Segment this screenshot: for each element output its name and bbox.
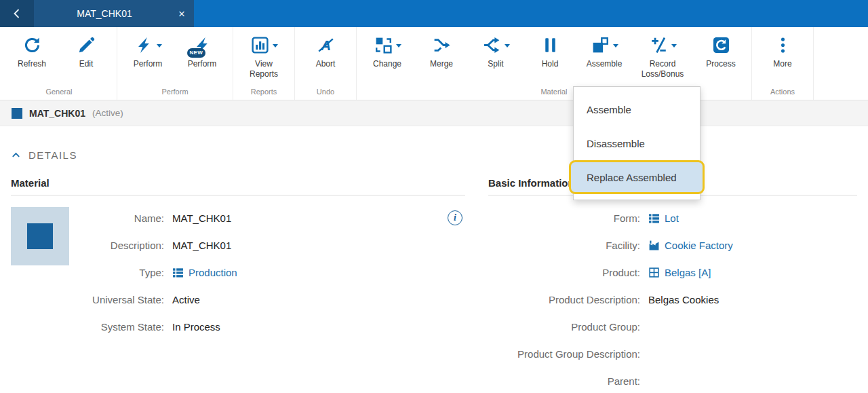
plus-minus-icon <box>649 35 669 55</box>
type-production-link[interactable]: Production <box>189 267 237 278</box>
ribbon-group-general: Refresh Edit General <box>1 27 117 100</box>
button-label: Process <box>706 59 735 69</box>
button-label: More <box>773 59 791 69</box>
tab-title: MAT_CHK01 <box>77 8 151 19</box>
info-icon[interactable]: i <box>448 210 462 225</box>
field-row-product-group-description: Product Group Description: <box>488 340 857 367</box>
pencil-icon <box>77 35 96 55</box>
material-image <box>11 207 69 265</box>
ribbon-group-label: Perform <box>121 86 229 100</box>
button-label: Change <box>373 59 401 69</box>
change-button[interactable]: Change <box>360 34 414 69</box>
edit-button[interactable]: Edit <box>59 34 113 69</box>
details-columns: Material Name: MAT_CHK01 i Description: <box>11 177 857 393</box>
button-label: Abort <box>316 59 336 69</box>
more-button[interactable]: More <box>755 34 810 69</box>
split-button[interactable]: Split <box>469 34 523 69</box>
button-label: Refresh <box>18 59 46 69</box>
tab-bar: MAT_CHK01 × <box>0 0 194 27</box>
button-label: Assemble <box>587 59 623 69</box>
ribbon-group-reports: View Reports Reports <box>233 27 294 100</box>
ribbon-toolbar: Refresh Edit General Perform NEW Perform <box>0 27 868 100</box>
button-label: Split <box>488 59 503 69</box>
field-label: Description: <box>69 240 172 251</box>
tab-mat-chk01[interactable]: MAT_CHK01 × <box>34 0 194 27</box>
field-label: Facility: <box>488 240 648 251</box>
titlebar-spacer <box>194 0 868 27</box>
field-value: In Process <box>172 321 220 333</box>
product-icon <box>648 267 660 278</box>
ribbon-group-label: Undo <box>298 86 353 100</box>
entity-status-bar: MAT_CHK01 (Active) <box>0 100 868 126</box>
button-label: Hold <box>542 59 559 69</box>
process-button[interactable]: Process <box>694 34 748 69</box>
field-row-universal-state: Universal State: Active <box>69 286 465 313</box>
abort-button[interactable]: A Abort <box>298 34 353 69</box>
assemble-icon <box>591 35 610 55</box>
view-reports-button[interactable]: View Reports <box>237 34 291 79</box>
chevron-left-icon <box>12 8 22 19</box>
perform-new-button[interactable]: NEW Perform <box>175 34 229 69</box>
chevron-down-icon <box>396 44 401 48</box>
field-row-name: Name: MAT_CHK01 i <box>69 204 465 231</box>
new-badge: NEW <box>187 48 206 58</box>
button-label: View Reports <box>246 59 281 79</box>
hold-button[interactable]: Hold <box>523 34 577 69</box>
page-content: DETAILS Material Name: MAT_CHK01 i <box>0 149 868 393</box>
process-icon <box>711 35 731 55</box>
field-value: MAT_CHK01 <box>172 240 231 251</box>
button-label: Merge <box>430 59 453 69</box>
field-label: Universal State: <box>69 294 172 305</box>
close-icon[interactable]: × <box>178 8 185 20</box>
field-label: Parent: <box>488 375 648 387</box>
menu-item-assemble[interactable]: Assemble <box>574 92 700 126</box>
merge-button[interactable]: Merge <box>414 34 469 69</box>
chevron-down-icon <box>157 44 162 48</box>
ribbon-group-label: General <box>5 86 113 100</box>
ribbon-group-undo: A Abort Undo <box>294 27 356 100</box>
titlebar: MAT_CHK01 × <box>0 0 868 27</box>
button-label: Edit <box>79 59 94 69</box>
field-row-description: Description: MAT_CHK01 <box>69 231 465 259</box>
abort-icon: A <box>316 35 336 55</box>
perform-button[interactable]: Perform <box>121 34 175 69</box>
list-icon <box>172 267 184 278</box>
field-label: Product Description: <box>488 294 648 305</box>
ribbon-group-perform: Perform NEW Perform Perform <box>117 27 233 100</box>
form-lot-link[interactable]: Lot <box>665 212 679 224</box>
ribbon-group-label: Actions <box>755 86 810 100</box>
field-value: Belgas Cookies <box>648 294 719 305</box>
field-value: MAT_CHK01 <box>172 212 231 224</box>
product-link[interactable]: Belgas [A] <box>665 267 711 278</box>
entity-state: (Active) <box>92 108 123 118</box>
facility-link[interactable]: Cookie Factory <box>665 240 733 251</box>
menu-item-replace-assembled[interactable]: Replace Assembled <box>569 160 705 194</box>
assemble-dropdown-menu: Assemble Disassemble Replace Assembled <box>573 86 701 200</box>
change-icon <box>374 35 393 55</box>
chevron-up-icon <box>11 150 21 160</box>
field-row-form: Form: Lot <box>488 204 857 231</box>
details-section-toggle[interactable]: DETAILS <box>11 149 99 161</box>
field-row-product-group: Product Group: <box>488 313 857 340</box>
field-row-facility: Facility: Cookie Factory <box>488 231 857 259</box>
pause-icon <box>540 35 560 55</box>
button-label: Record Loss/Bonus <box>638 59 687 79</box>
field-label: Type: <box>69 267 172 278</box>
back-button[interactable] <box>0 0 34 27</box>
field-row-parent: Parent: <box>488 367 857 393</box>
field-label: System State: <box>69 321 172 333</box>
material-square-icon <box>12 108 22 119</box>
factory-icon <box>648 240 660 251</box>
field-row-type: Type: Production <box>69 259 465 286</box>
menu-item-disassemble[interactable]: Disassemble <box>574 126 700 160</box>
refresh-button[interactable]: Refresh <box>5 34 59 69</box>
button-label: Perform <box>134 59 163 69</box>
assemble-button[interactable]: Assemble <box>577 34 631 69</box>
field-label: Product: <box>488 267 648 278</box>
details-section-title: DETAILS <box>28 149 77 161</box>
split-icon <box>482 35 502 55</box>
record-loss-bonus-button[interactable]: Record Loss/Bonus <box>631 34 694 79</box>
field-label: Form: <box>488 212 648 224</box>
field-label: Product Group Description: <box>488 348 648 360</box>
list-icon <box>648 212 660 224</box>
